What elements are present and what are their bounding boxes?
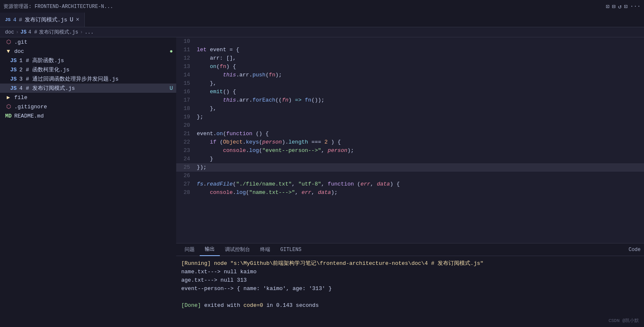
- sidebar-label-readme: README.md: [14, 113, 173, 119]
- terminal-line-1: name.txt---> null kaimo: [181, 268, 639, 276]
- folder-icon-doc: ▼: [5, 48, 12, 55]
- sidebar-item-readme[interactable]: MD README.md: [0, 111, 176, 120]
- line-num-11: 11: [176, 46, 195, 54]
- sidebar-label-doc: doc: [14, 48, 167, 55]
- terminal-line-2: age.txt---> null 313: [181, 276, 639, 285]
- sidebar-label-file3: 3 # 通过回调函数处理异步并发问题.js: [19, 75, 173, 83]
- sidebar-label-git: .git: [14, 39, 173, 45]
- icon-more[interactable]: ···: [630, 3, 641, 10]
- line-num-13: 13: [176, 63, 195, 71]
- terminal-tab-gitlens[interactable]: GITLENS: [275, 243, 306, 256]
- sidebar-label-file2: 2 # 函数柯里化.js: [19, 66, 173, 73]
- terminal-tab-output[interactable]: 输出: [200, 243, 220, 256]
- sidebar-label-file1: 1 # 高阶函数.js: [19, 57, 173, 64]
- sidebar-item-git[interactable]: ⬡ .git: [0, 37, 176, 47]
- icon-split2[interactable]: ⊟: [612, 3, 615, 10]
- line-content-21: event.on(function () {: [195, 130, 269, 138]
- code-line-22: 22 if (Object.keys(person).length === 2 …: [176, 138, 644, 146]
- line-num-26: 26: [176, 172, 195, 180]
- terminal-content: [Running] node "s:\MyGithub\前端架构学习笔记\fro…: [176, 256, 644, 327]
- line-num-10: 10: [176, 37, 195, 46]
- terminal-line-3: event--person--> { name: 'kaimo', age: '…: [181, 285, 639, 293]
- tab-close-button[interactable]: ×: [76, 16, 79, 23]
- line-content-27: fs.readFile("./file/name.txt", "utf-8", …: [195, 180, 400, 188]
- code-line-18: 18 },: [176, 105, 644, 113]
- icon-refresh[interactable]: ↺: [618, 3, 621, 10]
- line-content-15: },: [195, 79, 216, 88]
- sidebar-item-file3[interactable]: JS 3 # 通过回调函数处理异步并发问题.js: [0, 74, 176, 84]
- code-line-19: 19 };: [176, 113, 644, 121]
- line-num-25: 25: [176, 163, 195, 172]
- icon-collapse[interactable]: ⊡: [624, 3, 627, 10]
- file4-modified-u: U: [169, 85, 173, 92]
- watermark: CSDN @凯小默: [608, 317, 639, 324]
- line-num-27: 27: [176, 180, 195, 188]
- line-num-24: 24: [176, 155, 195, 163]
- breadcrumb-ellipsis: ...: [85, 29, 94, 35]
- tab-hash: #: [19, 17, 22, 23]
- terminal-done-text: [Done]: [181, 302, 201, 309]
- terminal-in-text: in 0.143 seconds: [266, 302, 319, 309]
- line-content-28: console.log("name.txt--->", err, data);: [195, 188, 338, 197]
- line-content-23: console.log("event--person-->", person);: [195, 146, 354, 155]
- terminal-running-text: [Running] node "s:\MyGithub\前端架构学习笔记\fro…: [181, 260, 483, 267]
- line-content-24: }: [195, 155, 213, 163]
- breadcrumb-doc[interactable]: doc: [5, 29, 14, 35]
- sidebar-label-file: file: [14, 94, 173, 101]
- title-bar: 资源管理器: FRONTEND-ARCHITECTURE-N... ⊡ ⊟ ↺ …: [0, 0, 644, 13]
- line-content-17: this.arr.forEach((fn) => fn());: [195, 96, 324, 105]
- line-num-12: 12: [176, 54, 195, 63]
- sidebar-item-file-folder[interactable]: ▶ file: [0, 93, 176, 102]
- tab-lang: JS: [5, 17, 10, 22]
- line-num-19: 19: [176, 113, 195, 121]
- line-content-20: [195, 121, 200, 130]
- terminal-line-running: [Running] node "s:\MyGithub\前端架构学习笔记\fro…: [181, 259, 639, 268]
- code-line-15: 15 },: [176, 79, 644, 88]
- tab-active[interactable]: JS 4 # 发布订阅模式.js U ×: [0, 13, 85, 27]
- terminal-tab-code[interactable]: Code: [628, 247, 641, 253]
- line-num-16: 16: [176, 88, 195, 96]
- line-content-16: emit() {: [195, 88, 236, 96]
- git-icon: ⬡: [5, 39, 12, 45]
- terminal-done-rest: exited with: [204, 302, 244, 309]
- code-container[interactable]: 10 11 let event = { 12 arr: [], 13 on(fn…: [176, 37, 644, 243]
- line-num-20: 20: [176, 121, 195, 130]
- sidebar-label-file4: 4 # 发布订阅模式.js: [19, 84, 167, 92]
- gitignore-icon: ⬡: [5, 103, 12, 110]
- sidebar-item-file4[interactable]: JS 4 # 发布订阅模式.js U: [0, 84, 176, 93]
- line-num-28: 28: [176, 188, 195, 197]
- sidebar-item-gitignore[interactable]: ⬡ .gitignore: [0, 102, 176, 111]
- breadcrumb-sep1: ›: [16, 29, 19, 35]
- breadcrumb-filename: 发布订阅模式.js: [39, 29, 78, 36]
- code-line-16: 16 emit() {: [176, 88, 644, 96]
- sidebar-item-file2[interactable]: JS 2 # 函数柯里化.js: [0, 65, 176, 74]
- breadcrumb-hash: 4 #: [28, 29, 37, 35]
- code-line-26: 26: [176, 172, 644, 180]
- md-icon: MD: [5, 113, 12, 119]
- code-line-10: 10: [176, 37, 644, 46]
- terminal-tab-debug[interactable]: 调试控制台: [220, 243, 255, 256]
- terminal-panel: 问题 输出 调试控制台 终端 GITLENS Code [Running] no…: [176, 243, 644, 327]
- line-num-22: 22: [176, 138, 195, 146]
- line-num-21: 21: [176, 130, 195, 138]
- terminal-tab-terminal[interactable]: 终端: [255, 243, 275, 256]
- terminal-text-1: name.txt---> null kaimo: [181, 269, 256, 275]
- breadcrumb-sep2: ›: [80, 29, 83, 35]
- code-line-25: 25 });: [176, 163, 644, 172]
- line-num-18: 18: [176, 105, 195, 113]
- folder-icon-file: ▶: [5, 94, 12, 101]
- line-num-15: 15: [176, 79, 195, 88]
- terminal-tab-issues[interactable]: 问题: [180, 243, 200, 256]
- line-content-18: },: [195, 105, 216, 113]
- line-content-11: let event = {: [195, 46, 239, 54]
- sidebar-item-doc[interactable]: ▼ doc ●: [0, 47, 176, 56]
- breadcrumb-lang: JS: [21, 29, 26, 35]
- terminal-text-2: age.txt---> null 313: [181, 277, 247, 283]
- tab-num: 4: [13, 17, 16, 23]
- icon-split[interactable]: ⊡: [606, 3, 609, 10]
- js-icon-3: JS: [10, 76, 17, 82]
- title-icons: ⊡ ⊟ ↺ ⊡ ···: [606, 3, 641, 10]
- sidebar: ⬡ .git ▼ doc ● JS 1 # 高阶函数.js JS 2 # 函数柯…: [0, 37, 176, 327]
- sidebar-item-file1[interactable]: JS 1 # 高阶函数.js: [0, 56, 176, 65]
- code-line-24: 24 }: [176, 155, 644, 163]
